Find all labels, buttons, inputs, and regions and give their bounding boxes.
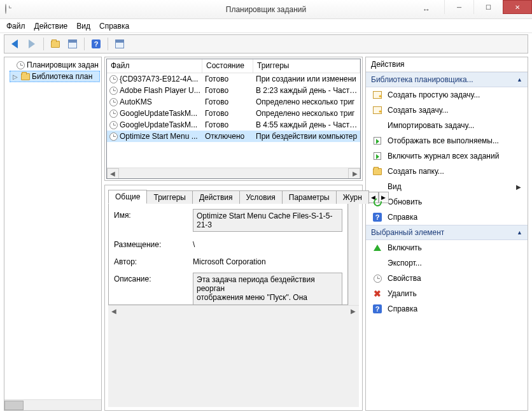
task-file: {CD937A73-E912-4A... (120, 75, 198, 83)
tree-expand-icon[interactable]: ▷ (11, 73, 19, 80)
actions-panel: Действия Библиотека планировщика... ▲ Со… (365, 57, 528, 411)
scroll-left-icon: ◀ (110, 170, 115, 177)
action-delete[interactable]: ✖ Удалить (366, 286, 528, 301)
task-row[interactable]: AutoKMS Готово Определено несколько триг (107, 96, 360, 108)
column-file[interactable]: Файл (107, 59, 202, 73)
action-export[interactable]: Экспорт... (366, 255, 528, 271)
toolbar-folder-button[interactable] (48, 36, 63, 52)
folder-icon (51, 41, 60, 48)
app-icon (5, 4, 15, 15)
toolbar-pane-button[interactable] (112, 36, 127, 52)
collapse-icon: ▲ (517, 76, 522, 83)
resize-indicator-icon: ↔ (423, 5, 430, 14)
task-row[interactable]: Optimize Start Menu ... Отключено При бе… (107, 131, 360, 142)
action-create-basic-task[interactable]: Создать простую задачу... (366, 87, 528, 103)
field-location: \ (193, 238, 342, 249)
nav-forward-button[interactable] (24, 36, 39, 52)
menu-file[interactable]: Файл (6, 22, 25, 31)
action-label: Обновить (388, 197, 422, 206)
tree-panel: Планировщик задан ▷ Библиотека план (4, 57, 102, 411)
section-selected[interactable]: Выбранный элемент ▲ (366, 225, 528, 240)
action-label: Создать простую задачу... (388, 90, 480, 99)
task-row[interactable]: GoogleUpdateTaskM... Готово В 4:55 кажды… (107, 119, 360, 131)
help-icon: ? (373, 304, 382, 313)
task-state: Готово (202, 120, 253, 129)
action-label: Удалить (388, 289, 417, 298)
tree-root-label: Планировщик задан (27, 61, 99, 69)
tab-history[interactable]: Журн (336, 190, 369, 204)
column-state[interactable]: Состояние (202, 59, 253, 73)
column-triggers[interactable]: Триггеры (253, 59, 360, 73)
menu-view[interactable]: Вид (76, 22, 90, 31)
arrow-back-icon (11, 39, 18, 48)
task-row[interactable]: Adobe Flash Player U... Готово В 2:23 ка… (107, 85, 360, 96)
toolbar-properties-button[interactable] (65, 36, 80, 52)
task-trigger: В 2:23 каждый день - Частота (253, 86, 360, 95)
task-trigger: В 4:55 каждый день - Частота (253, 120, 360, 129)
task-file: Optimize Start Menu ... (120, 132, 198, 141)
task-rows: {CD937A73-E912-4A... Готово При создании… (107, 73, 360, 168)
toolbar-separator (84, 38, 85, 50)
action-enable-history[interactable]: Включить журнал всех заданий (366, 148, 528, 164)
field-author: Microsoft Corporation (193, 255, 342, 266)
label-name: Имя: (114, 209, 190, 232)
toolbar-separator (108, 38, 108, 50)
task-row[interactable]: {CD937A73-E912-4A... Готово При создании… (107, 73, 360, 85)
maximize-button[interactable]: ☐ (473, 0, 503, 14)
menu-help[interactable]: Справка (99, 22, 129, 31)
field-description (193, 273, 342, 305)
task-state: Готово (202, 109, 253, 118)
tab-actions[interactable]: Действия (192, 190, 240, 204)
tab-conditions[interactable]: Условия (239, 190, 283, 204)
task-trigger: При создании или изменени (253, 75, 360, 83)
tab-general[interactable]: Общие (108, 190, 147, 204)
action-new-folder[interactable]: Создать папку... (366, 164, 528, 179)
task-state: Готово (202, 97, 253, 106)
export-icon (372, 258, 382, 268)
section-library[interactable]: Библиотека планировщика... ▲ (366, 72, 528, 87)
close-button[interactable]: ✕ (503, 0, 532, 14)
import-icon (372, 120, 382, 131)
action-label: Включить журнал всех заданий (388, 152, 499, 161)
action-label: Отображать все выполняемы... (388, 136, 499, 145)
action-show-running[interactable]: Отображать все выполняемы... (366, 133, 528, 148)
window-title: Планировщик заданий (226, 5, 306, 14)
label-description: Описание: (114, 273, 190, 305)
details-vscrollbar[interactable] (348, 204, 359, 305)
task-row[interactable]: GoogleUpdateTaskM... Готово Определено н… (107, 108, 360, 119)
action-view[interactable]: Вид ▶ (366, 179, 528, 194)
task-icon (109, 87, 118, 95)
task-list-header: Файл Состояние Триггеры (107, 59, 360, 73)
minimize-button[interactable]: ─ (444, 0, 473, 14)
details-hscrollbar[interactable]: ◀ ▶ (108, 305, 359, 407)
tab-triggers[interactable]: Триггеры (146, 190, 193, 204)
action-properties[interactable]: Свойства (366, 271, 528, 286)
new-task-icon (373, 91, 382, 99)
action-help[interactable]: ? Справка (366, 210, 528, 225)
tree-root[interactable]: Планировщик задан (6, 59, 100, 71)
arrow-forward-icon (29, 39, 35, 48)
action-enable[interactable]: Включить (366, 240, 528, 255)
action-refresh[interactable]: Обновить (366, 194, 528, 210)
task-icon (109, 75, 118, 83)
task-list-hscrollbar[interactable]: ◀ ▶ (107, 168, 360, 178)
tree-library[interactable]: ▷ Библиотека план (10, 71, 100, 82)
action-create-task[interactable]: Создать задачу... (366, 103, 528, 118)
tab-settings[interactable]: Параметры (282, 190, 337, 204)
nav-back-button[interactable] (7, 36, 22, 52)
task-state: Отключено (202, 132, 253, 141)
action-label: Вид (388, 182, 402, 191)
section-selected-label: Выбранный элемент (371, 228, 444, 237)
task-file: AutoKMS (120, 97, 152, 106)
task-trigger: При бездействии компьютер (253, 132, 360, 141)
toolbar-help-button[interactable]: ? (88, 36, 104, 52)
task-state: Готово (202, 86, 253, 95)
menu-action[interactable]: Действие (34, 22, 68, 31)
tree-hscrollbar[interactable] (4, 399, 101, 410)
submenu-arrow-icon: ▶ (516, 183, 521, 190)
action-import-task[interactable]: Импортировать задачу... (366, 118, 528, 133)
title-bar: Планировщик заданий ↔ ─ ☐ ✕ (0, 0, 532, 19)
menu-bar: Файл Действие Вид Справка (0, 19, 532, 33)
action-help-selected[interactable]: ? Справка (366, 301, 528, 317)
section-library-label: Библиотека планировщика... (371, 75, 473, 84)
